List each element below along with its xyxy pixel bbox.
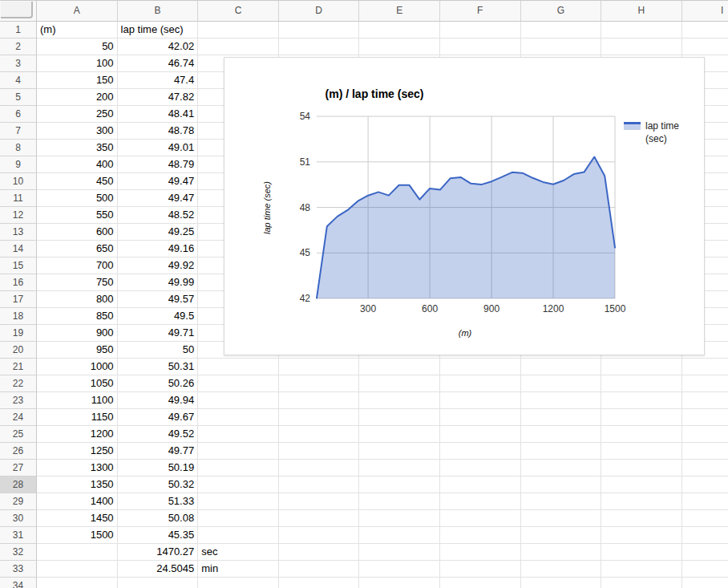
cell-C33[interactable]: min bbox=[198, 561, 279, 578]
cell-E31[interactable] bbox=[359, 527, 440, 544]
cell-I32[interactable] bbox=[682, 544, 728, 561]
cell-B17[interactable]: 49.57 bbox=[118, 291, 199, 308]
cell-C31[interactable] bbox=[198, 527, 279, 544]
row-header-26[interactable]: 26 bbox=[0, 443, 37, 460]
cell-H30[interactable] bbox=[601, 510, 682, 527]
row-header-7[interactable]: 7 bbox=[0, 123, 37, 140]
cell-D30[interactable] bbox=[279, 510, 360, 527]
cell-H21[interactable] bbox=[601, 359, 682, 375]
cell-F28[interactable] bbox=[440, 476, 521, 493]
row-header-9[interactable]: 9 bbox=[0, 156, 37, 173]
column-header-G[interactable]: G bbox=[521, 0, 602, 22]
row-header-20[interactable]: 20 bbox=[0, 342, 37, 359]
cell-A6[interactable]: 250 bbox=[37, 106, 118, 123]
cell-H34[interactable] bbox=[601, 578, 682, 588]
cell-C26[interactable] bbox=[198, 443, 279, 460]
cell-B7[interactable]: 48.78 bbox=[118, 123, 199, 140]
cell-H29[interactable] bbox=[601, 493, 682, 510]
cell-A26[interactable]: 1250 bbox=[37, 443, 118, 460]
cell-G27[interactable] bbox=[521, 460, 602, 476]
cell-B2[interactable]: 42.02 bbox=[118, 39, 199, 55]
cell-D24[interactable] bbox=[279, 409, 360, 426]
cell-C2[interactable] bbox=[198, 39, 279, 55]
cell-D22[interactable] bbox=[279, 375, 360, 392]
row-header-28[interactable]: 28 bbox=[0, 476, 37, 493]
column-header-I[interactable]: I bbox=[682, 0, 728, 22]
cell-I24[interactable] bbox=[682, 409, 728, 426]
cell-A5[interactable]: 200 bbox=[37, 89, 118, 106]
cell-G34[interactable] bbox=[521, 578, 602, 588]
cell-A17[interactable]: 800 bbox=[37, 291, 118, 308]
cell-F21[interactable] bbox=[440, 359, 521, 375]
row-header-33[interactable]: 33 bbox=[0, 561, 37, 578]
row-header-29[interactable]: 29 bbox=[0, 493, 37, 510]
cell-B24[interactable]: 49.67 bbox=[118, 409, 199, 426]
cell-H31[interactable] bbox=[601, 527, 682, 544]
column-header-E[interactable]: E bbox=[359, 0, 440, 22]
cell-B12[interactable]: 48.52 bbox=[118, 207, 199, 224]
row-header-12[interactable]: 12 bbox=[0, 207, 37, 224]
row-header-34[interactable]: 34 bbox=[0, 578, 37, 588]
cell-C30[interactable] bbox=[198, 510, 279, 527]
cell-A12[interactable]: 550 bbox=[37, 207, 118, 224]
cell-C1[interactable] bbox=[198, 22, 279, 39]
cell-F24[interactable] bbox=[440, 409, 521, 426]
cell-B26[interactable]: 49.77 bbox=[118, 443, 199, 460]
cell-B16[interactable]: 49.99 bbox=[118, 274, 199, 291]
cell-B29[interactable]: 51.33 bbox=[118, 493, 199, 510]
cell-I29[interactable] bbox=[682, 493, 728, 510]
cell-E24[interactable] bbox=[359, 409, 440, 426]
cell-E25[interactable] bbox=[359, 426, 440, 443]
cell-A4[interactable]: 150 bbox=[37, 72, 118, 89]
cell-F2[interactable] bbox=[440, 39, 521, 55]
cell-H33[interactable] bbox=[601, 561, 682, 578]
cell-B1[interactable]: lap time (sec) bbox=[118, 22, 199, 39]
cell-A34[interactable] bbox=[37, 578, 118, 588]
cell-B14[interactable]: 49.16 bbox=[118, 241, 199, 258]
cell-B6[interactable]: 48.41 bbox=[118, 106, 199, 123]
cell-B15[interactable]: 49.92 bbox=[118, 258, 199, 274]
column-header-D[interactable]: D bbox=[279, 0, 360, 22]
cell-H28[interactable] bbox=[601, 476, 682, 493]
cell-I22[interactable] bbox=[682, 375, 728, 392]
cell-B10[interactable]: 49.47 bbox=[118, 173, 199, 190]
cell-B22[interactable]: 50.26 bbox=[118, 375, 199, 392]
cell-F22[interactable] bbox=[440, 375, 521, 392]
cell-G24[interactable] bbox=[521, 409, 602, 426]
cell-A10[interactable]: 450 bbox=[37, 173, 118, 190]
cell-I1[interactable] bbox=[682, 22, 728, 39]
cell-B5[interactable]: 47.82 bbox=[118, 89, 199, 106]
row-header-2[interactable]: 2 bbox=[0, 39, 37, 55]
cell-F31[interactable] bbox=[440, 527, 521, 544]
cell-B9[interactable]: 48.79 bbox=[118, 156, 199, 173]
column-header-A[interactable]: A bbox=[37, 0, 118, 22]
cell-D28[interactable] bbox=[279, 476, 360, 493]
cell-F32[interactable] bbox=[440, 544, 521, 561]
cell-D26[interactable] bbox=[279, 443, 360, 460]
cell-D1[interactable] bbox=[279, 22, 360, 39]
cell-G23[interactable] bbox=[521, 392, 602, 409]
cell-H32[interactable] bbox=[601, 544, 682, 561]
cell-B18[interactable]: 49.5 bbox=[118, 308, 199, 325]
cell-D27[interactable] bbox=[279, 460, 360, 476]
cell-E30[interactable] bbox=[359, 510, 440, 527]
cell-G22[interactable] bbox=[521, 375, 602, 392]
cell-B28[interactable]: 50.32 bbox=[118, 476, 199, 493]
cell-A2[interactable]: 50 bbox=[37, 39, 118, 55]
row-header-13[interactable]: 13 bbox=[0, 224, 37, 241]
row-header-30[interactable]: 30 bbox=[0, 510, 37, 527]
cell-A32[interactable] bbox=[37, 544, 118, 561]
cell-B3[interactable]: 46.74 bbox=[118, 55, 199, 72]
cell-D23[interactable] bbox=[279, 392, 360, 409]
cell-C32[interactable]: sec bbox=[198, 544, 279, 561]
cell-B27[interactable]: 50.19 bbox=[118, 460, 199, 476]
cell-G33[interactable] bbox=[521, 561, 602, 578]
column-header-H[interactable]: H bbox=[601, 0, 682, 22]
cell-G25[interactable] bbox=[521, 426, 602, 443]
row-header-19[interactable]: 19 bbox=[0, 325, 37, 342]
cell-B23[interactable]: 49.94 bbox=[118, 392, 199, 409]
row-header-17[interactable]: 17 bbox=[0, 291, 37, 308]
cell-A16[interactable]: 750 bbox=[37, 274, 118, 291]
cell-B21[interactable]: 50.31 bbox=[118, 359, 199, 375]
cell-D2[interactable] bbox=[279, 39, 360, 55]
